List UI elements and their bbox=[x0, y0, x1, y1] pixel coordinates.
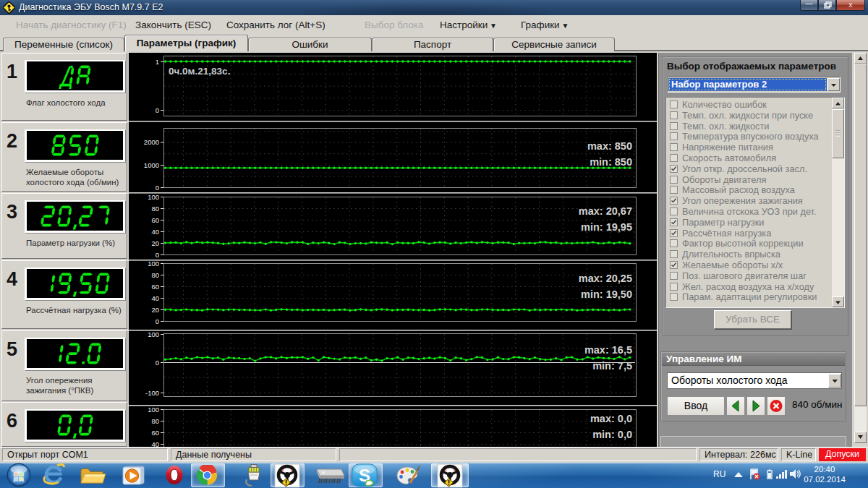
svg-text:80: 80 bbox=[151, 271, 159, 279]
svg-text:max: 0,0: max: 0,0 bbox=[590, 413, 632, 424]
svg-text:max: 20,25: max: 20,25 bbox=[579, 273, 632, 284]
svg-text:20: 20 bbox=[151, 306, 159, 314]
svg-text:100: 100 bbox=[148, 260, 159, 267]
svg-text:100: 100 bbox=[148, 330, 159, 338]
svg-text:0ч.0м.21,83с.: 0ч.0м.21,83с. bbox=[169, 66, 230, 77]
svg-text:100: 100 bbox=[148, 406, 159, 414]
svg-text:60: 60 bbox=[151, 429, 159, 437]
svg-text:80: 80 bbox=[151, 205, 159, 213]
svg-text:min: 19,50: min: 19,50 bbox=[581, 288, 632, 300]
svg-text:1: 1 bbox=[156, 58, 159, 66]
svg-text:0: 0 bbox=[156, 317, 159, 325]
svg-text:80: 80 bbox=[151, 417, 159, 425]
svg-text:max: 850: max: 850 bbox=[587, 140, 632, 152]
svg-text:min: 850: min: 850 bbox=[590, 156, 632, 168]
svg-text:0: 0 bbox=[156, 359, 159, 367]
svg-text:2000: 2000 bbox=[144, 138, 159, 146]
svg-text:60: 60 bbox=[151, 216, 159, 224]
svg-text:min: 0,0: min: 0,0 bbox=[592, 429, 632, 440]
svg-text:min: 19,95: min: 19,95 bbox=[581, 221, 632, 233]
svg-text:40: 40 bbox=[151, 294, 159, 302]
svg-text:60: 60 bbox=[151, 283, 159, 291]
svg-text:0: 0 bbox=[156, 184, 159, 192]
svg-text:40: 40 bbox=[151, 228, 159, 236]
svg-text:1000: 1000 bbox=[144, 161, 159, 169]
svg-text:0: 0 bbox=[156, 106, 159, 114]
svg-text:max: 16,5: max: 16,5 bbox=[584, 344, 632, 356]
svg-text:-100: -100 bbox=[145, 389, 159, 397]
svg-text:20: 20 bbox=[151, 239, 159, 247]
svg-text:max: 20,67: max: 20,67 bbox=[579, 205, 632, 217]
svg-text:min: 7,5: min: 7,5 bbox=[592, 360, 632, 372]
svg-text:0: 0 bbox=[156, 251, 159, 259]
svg-text:100: 100 bbox=[148, 193, 159, 201]
svg-text:40: 40 bbox=[151, 440, 159, 448]
